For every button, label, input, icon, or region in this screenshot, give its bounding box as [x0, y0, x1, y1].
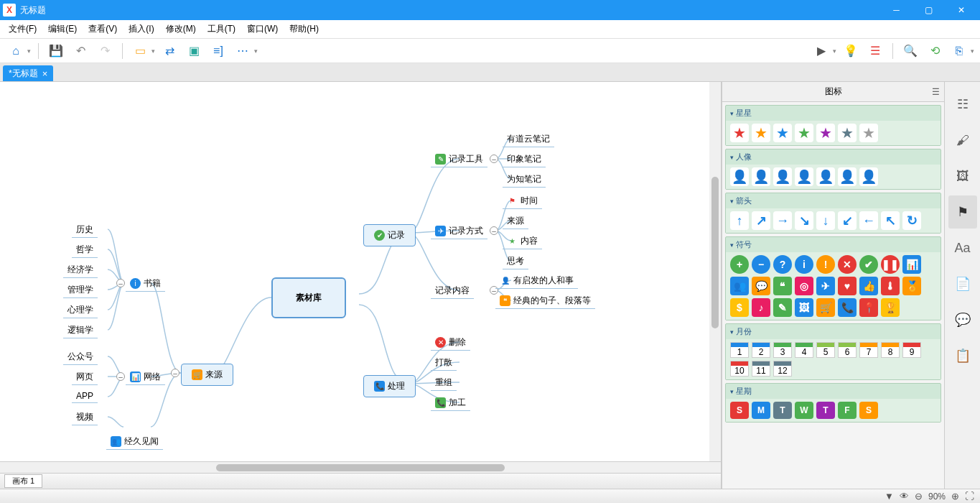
- month-icon[interactable]: 12: [773, 361, 792, 377]
- month-icon[interactable]: 3: [773, 342, 792, 358]
- leaf[interactable]: 管理学: [63, 282, 98, 298]
- section-header[interactable]: 星星: [726, 106, 941, 121]
- filter-icon[interactable]: ▼: [885, 491, 894, 502]
- plane-icon[interactable]: ✈: [816, 277, 835, 295]
- presentation-button[interactable]: ▶: [811, 41, 831, 61]
- leaf[interactable]: 经济学: [63, 262, 98, 278]
- comments-tab[interactable]: 💬: [948, 303, 977, 336]
- collapse-joint[interactable]: –: [116, 372, 125, 381]
- star-icon[interactable]: ★: [859, 124, 878, 142]
- person-icon[interactable]: 👤: [773, 167, 792, 186]
- leaf[interactable]: 心理学: [63, 303, 98, 318]
- leaf[interactable]: ✕删除: [431, 335, 470, 351]
- refresh-icon[interactable]: ↻: [902, 211, 921, 230]
- plus-icon[interactable]: +: [730, 255, 749, 274]
- menu-file[interactable]: 文件(F): [3, 20, 42, 38]
- person-icon[interactable]: 👤: [838, 167, 857, 186]
- info-icon[interactable]: i: [795, 255, 813, 274]
- menu-window[interactable]: 窗口(W): [241, 20, 284, 38]
- save-button[interactable]: 💾: [46, 41, 66, 61]
- star-icon[interactable]: ★: [816, 124, 835, 142]
- share-button[interactable]: ⟲: [925, 41, 945, 61]
- section-header[interactable]: 符号: [726, 237, 941, 252]
- week-icon[interactable]: T: [773, 402, 792, 419]
- leaf[interactable]: 印象笔记: [503, 152, 546, 167]
- horizontal-scrollbar[interactable]: [0, 461, 721, 473]
- month-icon[interactable]: 10: [730, 361, 749, 377]
- section-header[interactable]: 月份: [726, 324, 941, 339]
- phone-icon[interactable]: 📞: [838, 298, 857, 317]
- month-icon[interactable]: 11: [752, 361, 770, 377]
- collapse-joint[interactable]: –: [171, 369, 179, 377]
- section-header[interactable]: 人像: [726, 149, 941, 165]
- vertical-scrollbar[interactable]: [709, 82, 721, 461]
- node-exp[interactable]: 👥经久见闻: [106, 434, 163, 450]
- brainstorm-button[interactable]: 💡: [841, 41, 861, 61]
- star-icon[interactable]: ★: [730, 124, 749, 142]
- arrow-down-icon[interactable]: ↓: [816, 211, 835, 230]
- image-tab[interactable]: 🖼: [948, 160, 977, 193]
- search-button[interactable]: 🔍: [900, 41, 920, 61]
- month-icon[interactable]: 8: [881, 342, 900, 358]
- question-icon[interactable]: ?: [773, 255, 792, 274]
- exclaim-icon[interactable]: !: [816, 255, 835, 274]
- leaf[interactable]: 逻辑学: [63, 323, 98, 338]
- leaf[interactable]: ❝经典的句子、段落等: [495, 293, 595, 309]
- week-icon[interactable]: S: [859, 402, 878, 419]
- notes-tab[interactable]: 📄: [948, 267, 977, 300]
- menu-modify[interactable]: 修改(M): [160, 20, 202, 38]
- chart-icon[interactable]: 📊: [902, 255, 921, 274]
- leaf[interactable]: 为知笔记: [503, 172, 546, 188]
- arrow-upleft-icon[interactable]: ↖: [881, 211, 900, 230]
- node-process[interactable]: 📞处理: [363, 375, 416, 397]
- fit-button[interactable]: ⛶: [965, 491, 974, 502]
- person-icon[interactable]: 👤: [816, 167, 835, 186]
- star-icon[interactable]: ★: [773, 124, 792, 142]
- node-record-content[interactable]: 记录内容: [431, 283, 474, 299]
- boundary-button[interactable]: ▣: [184, 41, 204, 61]
- thumb-icon[interactable]: 👍: [859, 277, 878, 295]
- music-icon[interactable]: ♪: [752, 298, 770, 317]
- collapse-joint[interactable]: –: [116, 279, 125, 287]
- collapse-joint[interactable]: –: [490, 154, 498, 163]
- week-icon[interactable]: M: [752, 402, 770, 419]
- leaf[interactable]: 来源: [503, 213, 528, 229]
- leaf[interactable]: ⚑时间: [503, 193, 542, 209]
- menu-view[interactable]: 查看(V): [83, 20, 123, 38]
- topic-button[interactable]: ▭: [130, 41, 150, 61]
- dollar-icon[interactable]: $: [730, 298, 749, 317]
- minimize-button[interactable]: ─: [880, 0, 913, 20]
- text-tab[interactable]: Aa: [948, 231, 977, 264]
- chat-icon[interactable]: 💬: [752, 277, 770, 295]
- person-icon[interactable]: 👤: [795, 167, 813, 186]
- sheet-tab[interactable]: 画布 1: [4, 474, 42, 488]
- leaf[interactable]: 历史: [72, 222, 98, 238]
- leaf[interactable]: 重组: [431, 375, 457, 391]
- month-icon[interactable]: 4: [795, 342, 813, 358]
- arrow-right-icon[interactable]: →: [773, 211, 792, 230]
- node-record-tool[interactable]: ✎记录工具: [431, 152, 487, 167]
- home-button[interactable]: ⌂: [6, 41, 26, 61]
- panel-options-icon[interactable]: ☰: [932, 87, 940, 97]
- redo-button[interactable]: ↷: [95, 41, 115, 61]
- pin-icon[interactable]: 📍: [859, 298, 878, 317]
- target-icon[interactable]: ◎: [795, 277, 813, 295]
- star-icon[interactable]: ★: [795, 124, 813, 142]
- week-icon[interactable]: F: [838, 402, 857, 419]
- person-icon[interactable]: 👤: [859, 167, 878, 186]
- leaf[interactable]: 有道云笔记: [503, 131, 554, 147]
- arrow-upright-icon[interactable]: ↗: [752, 211, 770, 230]
- tab-close-icon[interactable]: ×: [42, 68, 48, 79]
- leaf[interactable]: 网页: [72, 369, 98, 385]
- person-icon[interactable]: 👤: [752, 167, 770, 186]
- heart-icon[interactable]: ♥: [838, 277, 857, 295]
- export-button[interactable]: ⎘: [949, 41, 969, 61]
- cart-icon[interactable]: 🛒: [816, 298, 835, 317]
- node-net[interactable]: 📊网络: [126, 369, 165, 385]
- more-button[interactable]: ⋯: [233, 41, 253, 61]
- node-source[interactable]: 🛒来源: [181, 364, 233, 386]
- leaf[interactable]: 打散: [431, 355, 457, 371]
- outline-tab[interactable]: ☷: [948, 88, 977, 121]
- markers-tab[interactable]: ⚑: [948, 195, 977, 229]
- arrow-downleft-icon[interactable]: ↙: [838, 211, 857, 230]
